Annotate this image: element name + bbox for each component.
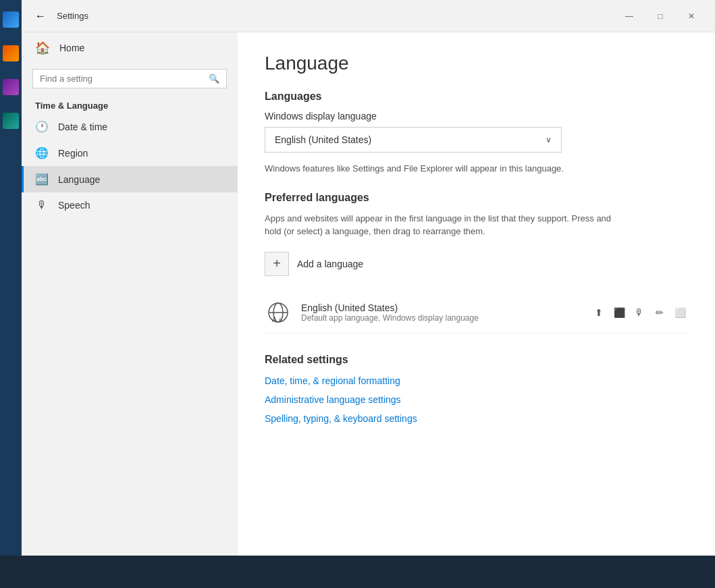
close-button[interactable]: ✕ — [676, 0, 707, 32]
related-link-spelling[interactable]: Spelling, typing, & keyboard settings — [265, 413, 688, 424]
display-description: Windows features like Settings and File … — [265, 162, 616, 176]
preferred-description: Apps and websites will appear in the fir… — [265, 212, 616, 238]
related-settings-title: Related settings — [265, 354, 688, 366]
language-item-info: English (United States) Default app lang… — [301, 302, 581, 323]
sidebar: 🏠 Home 🔍 Time & Language 🕐 Date & time 🌐… — [22, 32, 238, 556]
close-icon: ✕ — [688, 11, 695, 21]
language-name: English (United States) — [301, 302, 581, 313]
lang-action-keyboard-icon[interactable]: ⬛ — [611, 304, 627, 321]
title-bar: ← Settings — □ ✕ — [22, 0, 715, 32]
settings-window: ← Settings — □ ✕ 🏠 Home 🔍 — [22, 0, 715, 556]
language-dropdown[interactable]: English (United States) ∨ — [265, 127, 562, 153]
chevron-down-icon: ∨ — [546, 135, 552, 144]
sidebar-item-speech-label: Speech — [58, 200, 90, 211]
add-language-label: Add a language — [297, 259, 363, 269]
sidebar-item-language[interactable]: 🔤 Language — [22, 166, 238, 192]
related-settings: Related settings Date, time, & regional … — [265, 354, 688, 424]
desktop-icon-2[interactable] — [1, 37, 20, 70]
content-area: Language Languages Windows display langu… — [238, 32, 715, 556]
language-item-icon: A F — [265, 299, 292, 326]
sidebar-item-language-label: Language — [58, 174, 100, 185]
languages-section-title: Languages — [265, 90, 688, 103]
sidebar-item-date-time-label: Date & time — [58, 122, 107, 132]
lang-action-pen-icon[interactable]: ✏ — [652, 304, 668, 321]
language-actions: ⬆ ⬛ 🎙 ✏ ⬜ — [591, 304, 688, 321]
page-title: Language — [265, 53, 688, 74]
back-button[interactable]: ← — [30, 5, 51, 27]
svg-text:F: F — [279, 317, 282, 323]
add-language-button[interactable]: + Add a language — [265, 249, 688, 279]
sidebar-item-speech[interactable]: 🎙 Speech — [22, 192, 238, 218]
language-subtext: Default app language, Windows display la… — [301, 313, 581, 323]
desktop-icons — [0, 0, 22, 554]
home-icon: 🏠 — [35, 41, 50, 55]
lang-action-options-icon[interactable]: ⬆ — [591, 304, 607, 321]
selected-language: English (United States) — [275, 134, 371, 145]
display-lang-label: Windows display language — [265, 111, 688, 122]
installed-language-item: A F English (United States) Default app … — [265, 292, 688, 333]
region-icon: 🌐 — [35, 146, 49, 159]
desktop-icon-1[interactable] — [1, 3, 20, 36]
preferred-section: Preferred languages Apps and websites wi… — [265, 192, 688, 238]
sidebar-category: Time & Language — [22, 94, 238, 113]
maximize-icon: □ — [658, 11, 662, 21]
minimize-icon: — — [625, 11, 633, 21]
sidebar-item-region[interactable]: 🌐 Region — [22, 140, 238, 166]
back-icon: ← — [35, 10, 46, 22]
svg-text:A: A — [272, 316, 277, 323]
speech-icon: 🎙 — [35, 199, 49, 211]
date-time-icon: 🕐 — [35, 120, 49, 133]
language-globe-icon: A F — [265, 300, 291, 325]
sidebar-item-date-time[interactable]: 🕐 Date & time — [22, 113, 238, 140]
language-icon: 🔤 — [35, 173, 49, 186]
lang-action-mic-icon[interactable]: 🎙 — [631, 304, 647, 321]
taskbar — [0, 556, 715, 588]
maximize-button[interactable]: □ — [645, 0, 676, 32]
plus-icon: + — [265, 252, 289, 276]
home-label: Home — [59, 43, 84, 53]
desktop-icon-4[interactable] — [1, 105, 20, 137]
settings-body: 🏠 Home 🔍 Time & Language 🕐 Date & time 🌐… — [22, 32, 715, 556]
preferred-section-title: Preferred languages — [265, 192, 688, 204]
search-input[interactable] — [40, 74, 203, 84]
sidebar-item-region-label: Region — [58, 148, 88, 159]
desktop-icon-3[interactable] — [1, 71, 20, 103]
related-link-date-time[interactable]: Date, time, & regional formatting — [265, 375, 688, 386]
search-icon: 🔍 — [209, 74, 219, 84]
search-box: 🔍 — [32, 69, 227, 88]
lang-action-cc-icon[interactable]: ⬜ — [672, 304, 688, 321]
window-controls: — □ ✕ — [614, 0, 707, 32]
related-link-admin-language[interactable]: Administrative language settings — [265, 394, 688, 405]
minimize-button[interactable]: — — [614, 0, 645, 32]
window-title: Settings — [57, 11, 88, 21]
sidebar-item-home[interactable]: 🏠 Home — [22, 32, 238, 63]
